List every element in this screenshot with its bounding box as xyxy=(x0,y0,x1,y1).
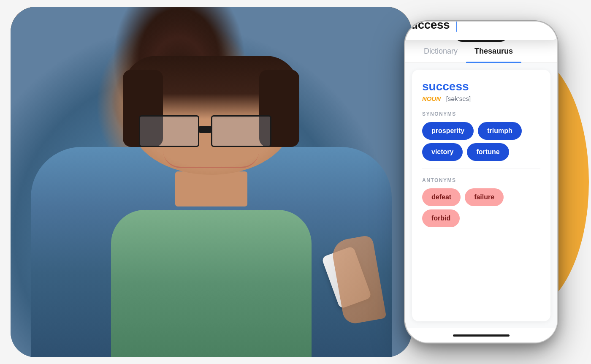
chip-defeat[interactable]: defeat xyxy=(422,188,461,206)
scene-container: success 9:41 ⊜ Dict xyxy=(11,7,580,357)
antonyms-chips-row1: defeat failure xyxy=(422,188,540,206)
word-pos: NOUN xyxy=(422,95,441,102)
thesaurus-content-card: success NOUN [sək'ses] SYNONYMS prosperi… xyxy=(412,70,550,321)
home-bar xyxy=(453,334,510,337)
chip-forbid[interactable]: forbid xyxy=(422,209,460,227)
phone-device: success 9:41 ⊜ Dict xyxy=(405,22,557,342)
chip-fortune[interactable]: fortune xyxy=(467,143,509,161)
antonyms-label: ANTONYMS xyxy=(422,177,540,183)
tabs-row: Dictionary Thesaurus xyxy=(405,39,557,63)
phone-content: Dictionary Thesaurus success NOUN [sək's… xyxy=(405,39,557,328)
chip-failure[interactable]: failure xyxy=(465,188,504,206)
antonyms-chips-row2: forbid xyxy=(422,209,540,227)
section-divider xyxy=(422,168,540,169)
person-overlay xyxy=(11,7,412,357)
chip-prosperity[interactable]: prosperity xyxy=(422,122,474,140)
chip-victory[interactable]: victory xyxy=(422,143,463,161)
word-title: success xyxy=(422,80,540,93)
search-bar-floating[interactable]: success xyxy=(405,22,557,40)
synonyms-label: SYNONYMS xyxy=(422,111,540,117)
search-query: success xyxy=(405,22,450,32)
phone-home-indicator xyxy=(405,328,557,342)
synonyms-chips: prosperity triumph xyxy=(422,122,540,140)
tab-thesaurus[interactable]: Thesaurus xyxy=(466,39,521,62)
tab-dictionary[interactable]: Dictionary xyxy=(415,39,466,62)
person-photo xyxy=(11,7,412,357)
chip-triumph[interactable]: triumph xyxy=(478,122,522,140)
synonyms-chips-row2: victory fortune xyxy=(422,143,540,161)
word-pronunciation: [sək'ses] xyxy=(446,95,471,102)
text-cursor xyxy=(456,22,457,32)
